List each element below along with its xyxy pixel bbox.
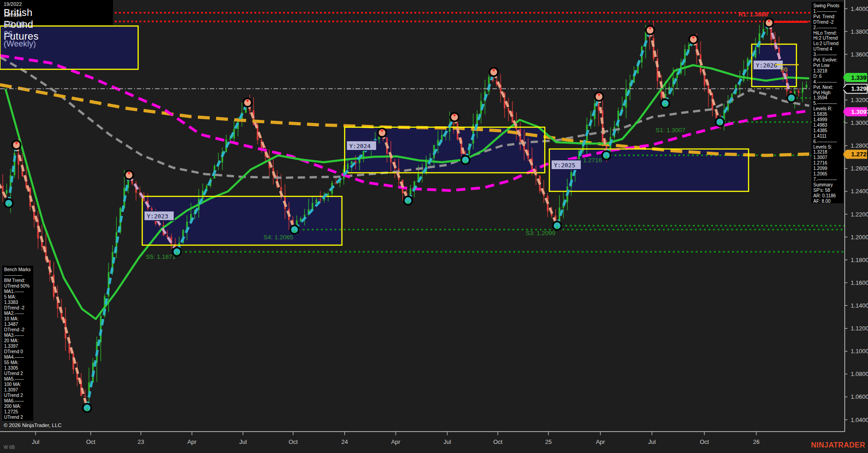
panel-line: MA4.------: [4, 355, 31, 360]
svg-text:Y:2026: Y:2026: [756, 62, 777, 69]
svg-text:1.3800: 1.3800: [851, 28, 868, 35]
year-range-box-fills: [0, 26, 796, 245]
svg-text:1.2725: 1.2725: [851, 151, 868, 158]
chart-canvas[interactable]: S5: 1.1871S4: 1.2065S3: 1.2099S2: 1.2716…: [0, 0, 868, 453]
panel-line: Pvt. Next:: [813, 85, 842, 90]
panel-line: MA6.------: [4, 398, 31, 404]
panel-line: SP's: 58: [813, 188, 842, 193]
svg-text:S4: 1.2065: S4: 1.2065: [264, 234, 293, 241]
instrument-label: W 6B: [4, 445, 15, 450]
panel-line: D: 6: [813, 74, 842, 79]
panel-line: UTrend 2: [4, 371, 31, 376]
svg-text:1.1800: 1.1800: [851, 257, 868, 263]
panel-line: 1.3383: [4, 300, 31, 305]
svg-text:1.2200: 1.2200: [851, 211, 868, 218]
panel-line: DTrend -2: [813, 20, 842, 25]
price-axis[interactable]: 1.40001.38001.36001.34001.32001.30001.28…: [842, 0, 868, 432]
panel-line: 2.-------------: [813, 25, 842, 31]
panel-line: Pvt High: [813, 90, 842, 96]
panel-line: 1.3305: [4, 365, 31, 371]
panel-line: MA1.------: [4, 289, 31, 294]
svg-text:Apr: Apr: [596, 438, 605, 445]
panel-line: Levels S:: [813, 144, 842, 150]
svg-text:R1: 1.3888: R1: 1.3888: [739, 11, 768, 18]
ninjatrader-logo: NINJATRADER: [811, 441, 865, 449]
svg-text:Y:2025: Y:2025: [554, 162, 575, 169]
svg-text:F0: F0: [780, 66, 787, 73]
panel-line: 6.-------------: [813, 139, 842, 144]
panel-line: 1.3218: [813, 68, 842, 74]
panel-line: MA3.------: [4, 333, 31, 338]
panel-line: 1.4111: [813, 134, 842, 139]
panel-line: UTrend 2: [4, 415, 31, 420]
svg-text:S1: 1.3007: S1: 1.3007: [656, 127, 685, 134]
svg-text:1.1000: 1.1000: [851, 348, 868, 355]
panel-line: Bench Marks: [4, 267, 31, 273]
svg-text:Y:2023: Y:2023: [147, 213, 168, 220]
panel-line: HiLo Trend:: [813, 31, 842, 36]
svg-text:1.3397: 1.3397: [851, 74, 868, 81]
panel-line: 1.-------------: [813, 9, 842, 14]
copyright-label: © 2026 NinjaTrader, LLC: [4, 422, 62, 428]
panel-line: Summary: [813, 182, 842, 188]
svg-text:Y:2024: Y:2024: [349, 143, 371, 149]
svg-text:1.3299: 1.3299: [851, 85, 868, 92]
svg-text:Oct: Oct: [493, 438, 503, 445]
svg-text:Apr: Apr: [391, 438, 401, 445]
svg-text:1.2400: 1.2400: [851, 188, 868, 195]
svg-text:S5: 1.1871: S5: 1.1871: [146, 253, 176, 260]
panel-line: DTrend -2: [4, 305, 31, 311]
svg-text:26: 26: [753, 438, 760, 445]
panel-line: 200 MA:: [4, 404, 31, 409]
svg-text:Oct: Oct: [86, 438, 96, 445]
panel-line: Pvt. Trend:: [813, 14, 842, 20]
panel-line: Pvt. Evolve:: [813, 57, 842, 63]
svg-text:24: 24: [341, 438, 348, 445]
svg-text:Jul: Jul: [444, 438, 451, 445]
panel-line: UTrend 50%: [4, 283, 31, 289]
ma-20-green-line: [5, 65, 809, 319]
panel-line: 1.3097: [4, 387, 31, 393]
panel-line: 1.3397: [4, 344, 31, 349]
panel-line: MA5.------: [4, 376, 31, 382]
svg-text:1.1200: 1.1200: [851, 325, 868, 332]
panel-line: Swing Pivots: [813, 3, 842, 9]
svg-text:Jul: Jul: [32, 438, 40, 445]
panel-line: UTrend 4: [813, 46, 842, 52]
svg-text:1.1400: 1.1400: [851, 302, 868, 309]
panel-line: 100 MA:: [4, 382, 31, 387]
panel-line: 5.-------------: [813, 101, 842, 106]
svg-text:Apr: Apr: [187, 438, 197, 445]
panel-line: 4.-------------: [813, 79, 842, 85]
candles: [2, 22, 807, 409]
svg-text:Oct: Oct: [700, 438, 709, 445]
svg-text:1.0600: 1.0600: [851, 393, 868, 400]
panel-line: 3.-------------: [813, 52, 842, 57]
svg-text:1.2000: 1.2000: [851, 234, 868, 241]
panel-line: UTrend 2: [4, 393, 31, 398]
svg-text:1.4000: 1.4000: [851, 5, 868, 12]
panel-line: 20 MA:: [4, 338, 31, 344]
svg-text:1.3097: 1.3097: [851, 108, 868, 115]
panel-line: 1.2725: [4, 409, 31, 415]
panel-line: Lo:2 UTrend: [813, 41, 842, 46]
panel-line: 1.3487: [4, 322, 31, 327]
panel-line: 5 MA:: [4, 294, 31, 300]
svg-text:25: 25: [545, 438, 552, 445]
svg-text:1.2600: 1.2600: [851, 165, 868, 172]
contract-subtitle: 6B 06-26 (Weekly): [4, 20, 36, 49]
panel-line: 1.2716: [813, 160, 842, 166]
bench-marks-panel: Bench Marks------------BM Trend:UTrend 5…: [2, 266, 33, 421]
svg-text:1.0800: 1.0800: [851, 371, 868, 377]
panel-line: AF: 8.00: [813, 199, 842, 204]
panel-line: MA2.------: [4, 311, 31, 316]
panel-line: 1.3007: [813, 155, 842, 160]
panel-line: Pvt Low: [813, 63, 842, 68]
panel-line: Levels R:: [813, 106, 842, 112]
panel-line: 1.4385: [813, 128, 842, 134]
panel-line: BM Trend:: [4, 278, 31, 283]
svg-text:1.2800: 1.2800: [851, 142, 868, 149]
time-axis[interactable]: JulOct23AprJulOct24AprJulOct25AprJulOct2…: [0, 432, 845, 445]
svg-text:1.3000: 1.3000: [851, 119, 868, 126]
panel-line: 7.-------------: [813, 177, 842, 182]
